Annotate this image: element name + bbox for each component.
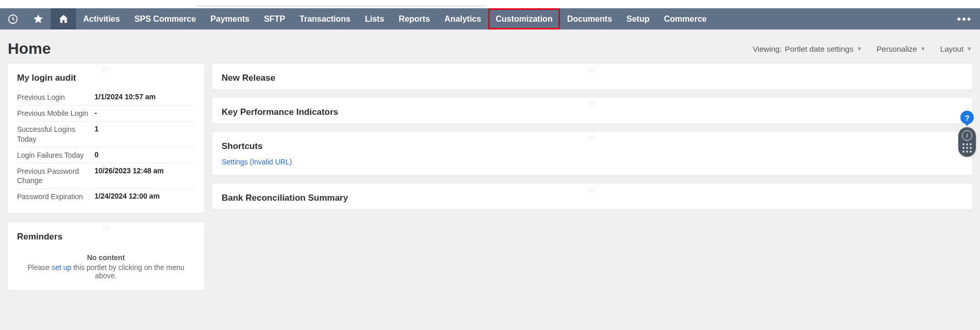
drag-handle-icon[interactable]: :::::: [102,226,110,231]
audit-value: 10/26/2023 12:48 am [95,167,164,175]
drag-handle-icon[interactable]: :::::: [589,67,596,72]
chevron-down-icon: ▼ [920,46,926,52]
audit-row: Login Failures Today0 [17,147,195,163]
nav-item-sftp[interactable]: SFTP [257,8,292,29]
portlet-reminders: :::::: Reminders No content Please set u… [8,222,204,290]
view-controls: Viewing: Portlet date settings ▼ Persona… [753,44,972,53]
audit-value: - [95,109,97,117]
audit-row: Previous Mobile Login- [17,105,195,121]
chevron-down-icon: ▼ [967,46,972,52]
audit-row: Successful Logins Today1 [17,121,195,146]
shortcut-link[interactable]: Settings (Invalid URL) [222,158,292,166]
recent-records-icon[interactable] [0,8,25,29]
drag-handle-icon[interactable]: :::::: [589,101,596,106]
more-menu-icon[interactable]: ••• [949,8,980,29]
nav-item-lists[interactable]: Lists [358,8,392,29]
audit-label: Successful Logins Today [17,125,95,143]
audit-value: 1/1/2024 10:57 am [95,93,155,101]
info-icon: i [962,130,972,141]
login-audit-rows: Previous Login1/1/2024 10:57 amPrevious … [8,89,204,213]
page-header: Home Viewing: Portlet date settings ▼ Pe… [0,29,980,64]
help-icon[interactable]: ? [960,111,974,124]
drag-handle-icon[interactable]: :::::: [589,187,596,192]
page-title: Home [8,40,51,57]
audit-value: 0 [95,151,99,159]
dashboard-content: :::::: My login audit Previous Login1/1/… [0,64,980,301]
no-content-label: No content [18,253,194,262]
nav-items: ActivitiesSPS CommercePaymentsSFTPTransa… [76,8,714,29]
right-column: :::::: New Release :::::: Key Performanc… [212,64,972,290]
keypad-grid-icon [962,143,972,153]
reminders-body: No content Please set up this portlet by… [8,248,204,290]
top-strip [0,0,980,8]
portlet-shortcuts: :::::: Shortcuts Settings (Invalid URL) [212,132,972,175]
portlet-bank-reconciliation: :::::: Bank Reconciliation Summary [212,184,972,209]
audit-label: Previous Password Change [17,167,95,185]
audit-row: Previous Password Change10/26/2023 12:48… [17,163,195,188]
favorites-icon[interactable] [25,8,51,29]
viewing-value: Portlet date settings [785,44,853,53]
portlet-my-login-audit: :::::: My login audit Previous Login1/1/… [8,64,204,213]
layout-dropdown[interactable]: Layout ▼ [940,44,972,53]
nav-item-customization[interactable]: Customization [488,8,559,29]
floating-widgets: ? i [958,111,976,157]
search-outline [196,0,486,6]
nav-item-setup[interactable]: Setup [619,8,657,29]
personalize-dropdown[interactable]: Personalize ▼ [877,44,926,53]
drag-handle-icon[interactable]: :::::: [589,135,596,140]
nav-item-reports[interactable]: Reports [392,8,437,29]
nav-item-transactions[interactable]: Transactions [292,8,358,29]
audit-label: Login Failures Today [17,151,95,160]
nav-item-documents[interactable]: Documents [560,8,619,29]
nav-item-payments[interactable]: Payments [203,8,257,29]
setup-link[interactable]: set up [52,263,71,272]
nav-item-sps-commerce[interactable]: SPS Commerce [127,8,203,29]
audit-row: Password Expiration1/24/2024 12:00 am [17,188,195,204]
audit-row: Previous Login1/1/2024 10:57 am [17,89,195,105]
viewing-prefix: Viewing: [753,44,782,53]
nav-item-commerce[interactable]: Commerce [657,8,714,29]
audit-label: Previous Mobile Login [17,109,95,118]
audit-label: Previous Login [17,93,95,102]
answers-widget[interactable]: i [958,127,976,157]
audit-value: 1/24/2024 12:00 am [95,192,160,200]
reminders-setup-text: Please set up this portlet by clicking o… [18,263,194,280]
nav-item-activities[interactable]: Activities [76,8,127,29]
home-icon[interactable] [51,8,76,29]
nav-item-analytics[interactable]: Analytics [437,8,488,29]
portlet-new-release: :::::: New Release [212,64,972,89]
left-column: :::::: My login audit Previous Login1/1/… [8,64,204,290]
main-nav: ActivitiesSPS CommercePaymentsSFTPTransa… [0,8,980,29]
audit-value: 1 [95,125,99,133]
chevron-down-icon: ▼ [857,46,862,52]
drag-handle-icon[interactable]: :::::: [102,67,110,72]
portlet-kpi: :::::: Key Performance Indicators [212,98,972,124]
viewing-dropdown[interactable]: Viewing: Portlet date settings ▼ [753,44,862,53]
audit-label: Password Expiration [17,192,95,201]
